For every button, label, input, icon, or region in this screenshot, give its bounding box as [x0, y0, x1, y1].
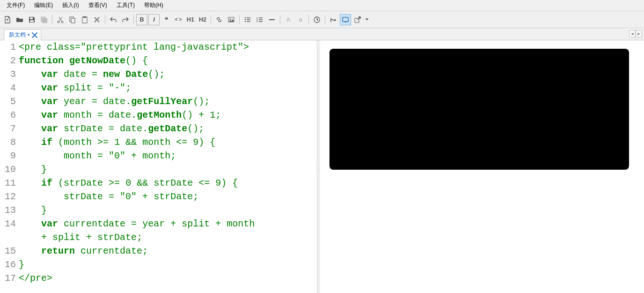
code-button[interactable]: < >: [173, 14, 184, 25]
timestamp-icon[interactable]: [311, 14, 322, 25]
code-line[interactable]: 3 var date = new Date();: [0, 68, 317, 81]
line-content[interactable]: var date = new Date();: [18, 68, 317, 81]
paste-icon[interactable]: [79, 14, 90, 25]
separator: [325, 15, 325, 24]
separator: [239, 15, 240, 24]
code-line[interactable]: 4 var split = "-";: [0, 81, 317, 95]
line-content[interactable]: var strDate = date.getDate();: [18, 122, 317, 135]
code-line[interactable]: 7 var strDate = date.getDate();: [0, 122, 317, 135]
tab-new-document[interactable]: 新文档•: [4, 29, 41, 40]
svg-point-10: [245, 17, 246, 18]
line-content[interactable]: }: [18, 258, 317, 271]
menu-view[interactable]: 查看(V): [84, 0, 112, 10]
code-line[interactable]: + split + strDate;: [0, 231, 317, 244]
delete-icon[interactable]: [91, 14, 102, 25]
line-number: 5: [0, 95, 18, 108]
cut-icon[interactable]: [55, 14, 66, 25]
uppercase-button[interactable]: A: [283, 14, 294, 25]
separator: [211, 15, 211, 24]
line-content[interactable]: if (month >= 1 && month <= 9) {: [18, 135, 317, 149]
svg-rect-7: [83, 16, 86, 18]
run-icon[interactable]: [328, 14, 339, 25]
dropdown-icon[interactable]: [364, 14, 370, 25]
export-icon[interactable]: [352, 14, 363, 25]
code-editor[interactable]: 1<pre class="prettyprint lang-javascript…: [0, 40, 317, 293]
svg-point-11: [245, 19, 246, 20]
code-line[interactable]: 9 month = "0" + month;: [0, 149, 317, 163]
unordered-list-icon[interactable]: [242, 14, 253, 25]
code-line[interactable]: 16}: [0, 258, 317, 271]
line-content[interactable]: var year = date.getFullYear();: [18, 95, 317, 108]
tab-nav: ◄ ►: [629, 30, 642, 38]
menu-help[interactable]: 帮助(H): [139, 0, 168, 10]
code-line[interactable]: 2function getNowDate() {: [0, 54, 317, 68]
lowercase-button[interactable]: a: [295, 14, 306, 25]
code-line[interactable]: 15 return currentdate;: [0, 244, 317, 258]
line-content[interactable]: + split + strDate;: [18, 231, 317, 244]
save-icon[interactable]: [26, 14, 37, 25]
new-file-icon[interactable]: [2, 14, 13, 25]
svg-rect-0: [30, 17, 33, 19]
open-file-icon[interactable]: [14, 14, 25, 25]
code-line[interactable]: 8 if (month >= 1 && month <= 9) {: [0, 135, 317, 149]
line-content[interactable]: if (strDate >= 0 && strDate <= 9) {: [18, 176, 317, 190]
h1-button[interactable]: H1: [185, 14, 196, 25]
undo-icon[interactable]: [108, 14, 119, 25]
line-number: 8: [0, 135, 18, 149]
code-line[interactable]: 1<pre class="prettyprint lang-javascript…: [0, 40, 317, 54]
tab-next-icon[interactable]: ►: [636, 30, 642, 38]
copy-icon[interactable]: [67, 14, 78, 25]
menu-file[interactable]: 文件(F): [2, 0, 29, 10]
link-icon[interactable]: [213, 14, 225, 25]
line-content[interactable]: </pre>: [18, 271, 317, 285]
line-number: [0, 231, 18, 244]
italic-button[interactable]: I: [148, 14, 160, 25]
h2-button[interactable]: H2: [197, 14, 208, 25]
modified-indicator: •: [28, 32, 29, 38]
code-line[interactable]: 11 if (strDate >= 0 && strDate <= 9) {: [0, 176, 317, 190]
line-content[interactable]: <pre class="prettyprint lang-javascript"…: [18, 40, 317, 54]
code-line[interactable]: 13 }: [0, 203, 317, 217]
menu-insert[interactable]: 插入(I): [58, 0, 83, 10]
save-all-icon[interactable]: [38, 14, 50, 25]
line-content[interactable]: month = "0" + month;: [18, 149, 317, 163]
code-line[interactable]: 12 strDate = "0" + strDate;: [0, 190, 317, 203]
line-number: 1: [0, 40, 18, 54]
bold-button[interactable]: B: [136, 14, 147, 25]
line-number: 12: [0, 190, 18, 203]
menu-tools[interactable]: 工具(T): [112, 0, 139, 10]
line-number: 14: [0, 217, 18, 231]
code-line[interactable]: 10 }: [0, 163, 317, 176]
preview-icon[interactable]: [340, 14, 351, 25]
svg-point-12: [245, 21, 246, 22]
code-line[interactable]: 14 var currentdate = year + split + mont…: [0, 217, 317, 231]
line-content[interactable]: }: [18, 203, 317, 217]
menu-edit[interactable]: 编辑(E): [29, 0, 58, 10]
toolbar: B I ❝ < > H1 H2 123 A a: [0, 11, 644, 28]
line-number: 7: [0, 122, 18, 135]
hr-icon[interactable]: [266, 14, 278, 25]
code-line[interactable]: 5 var year = date.getFullYear();: [0, 95, 317, 108]
quote-button[interactable]: ❝: [161, 14, 172, 25]
line-content[interactable]: function getNowDate() {: [18, 54, 317, 68]
splitter-handle[interactable]: [317, 40, 320, 293]
line-content[interactable]: var currentdate = year + split + month: [18, 217, 317, 231]
svg-point-9: [230, 18, 231, 20]
tab-bar: 新文档• ◄ ►: [0, 28, 644, 40]
svg-rect-17: [343, 17, 348, 22]
tab-prev-icon[interactable]: ◄: [629, 30, 636, 38]
line-content[interactable]: strDate = "0" + strDate;: [18, 190, 317, 203]
separator: [52, 15, 52, 24]
line-content[interactable]: return currentdate;: [18, 244, 317, 258]
code-line[interactable]: 17</pre>: [0, 271, 317, 285]
redo-icon[interactable]: [120, 14, 131, 25]
line-content[interactable]: var month = date.getMonth() + 1;: [18, 108, 317, 122]
tab-close-icon[interactable]: [31, 32, 38, 38]
code-line[interactable]: 6 var month = date.getMonth() + 1;: [0, 108, 317, 122]
ordered-list-icon[interactable]: 123: [254, 14, 265, 25]
line-content[interactable]: }: [18, 163, 317, 176]
main-area: 1<pre class="prettyprint lang-javascript…: [0, 40, 644, 293]
line-number: 15: [0, 244, 18, 258]
line-content[interactable]: var split = "-";: [18, 81, 317, 95]
image-icon[interactable]: [226, 14, 237, 25]
